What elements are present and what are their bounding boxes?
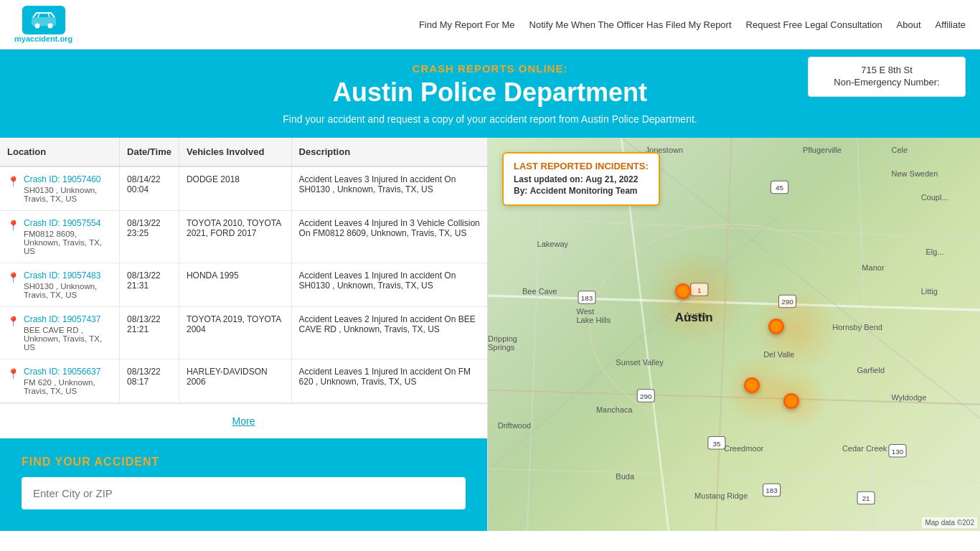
svg-text:45: 45	[776, 184, 783, 192]
map-label-austin-bold: Austin	[675, 311, 713, 325]
map-label-hornsby-bend: Hornsby Bend	[832, 323, 882, 331]
map-dot-3	[744, 377, 760, 393]
main-content: Location Date/Time Vehicles Involved Des…	[0, 138, 980, 531]
map-dot-4	[783, 393, 799, 409]
hero-description: Find your accident and request a copy of…	[14, 113, 966, 125]
map-dot-1	[675, 283, 691, 299]
cell-description-0: Accident Leaves 3 Injured In accident On…	[291, 166, 487, 211]
navbar: myaccident.org Find My Report For Me Not…	[0, 0, 980, 50]
pin-icon-0: 📍	[7, 176, 19, 187]
map-info-title: LAST REPORTED INCIDENTS:	[514, 161, 649, 171]
crash-id-link-4[interactable]: Crash ID: 19056637	[24, 367, 112, 377]
map-label-manor: Manor	[862, 263, 884, 272]
nav-affiliate[interactable]: Affiliate	[936, 19, 966, 30]
nav-notify[interactable]: Notify Me When The Officer Has Filed My …	[529, 19, 732, 30]
map-label-wyldodge: Wyldodge	[892, 393, 927, 402]
svg-point-1	[34, 24, 39, 29]
nav-about[interactable]: About	[897, 19, 921, 30]
cell-datetime-4: 08/13/22 08:17	[120, 359, 179, 403]
table-row: 📍 Crash ID: 19057437 BEE CAVE RD , Unkno…	[0, 307, 487, 359]
cell-vehicles-4: HARLEY-DAVIDSON 2006	[179, 359, 291, 403]
map-dot-2	[768, 319, 784, 334]
cell-description-2: Accident Leaves 1 Injured In accident On…	[291, 263, 487, 307]
map-label-cedar-creek: Cedar Creek	[842, 444, 887, 453]
pin-icon-1: 📍	[7, 220, 19, 231]
location-detail-1: FM0812 8609, Unknown, Travis, TX, US	[24, 230, 112, 255]
table-row: 📍 Crash ID: 19057554 FM0812 8609, Unknow…	[0, 211, 487, 263]
map-label-littig: Littig	[921, 287, 938, 296]
map-label-bee-cave: Bee Cave	[522, 287, 557, 296]
cell-datetime-2: 08/13/22 21:31	[120, 263, 179, 307]
svg-text:21: 21	[862, 494, 870, 502]
find-accident-title: FIND YOUR ACCIDENT	[22, 456, 466, 468]
cell-location-2: 📍 Crash ID: 19057483 SH0130 , Unknown, T…	[0, 263, 120, 307]
crash-id-link-3[interactable]: Crash ID: 19057437	[24, 314, 112, 324]
location-detail-2: SH0130 , Unknown, Travis, TX, US	[24, 282, 112, 299]
cell-vehicles-3: TOYOTA 2019, TOYOTA 2004	[179, 307, 291, 359]
table-row: 📍 Crash ID: 19057483 SH0130 , Unknown, T…	[0, 263, 487, 307]
map-label-buda: Buda	[616, 472, 634, 481]
map-placeholder: 45 183 1 290 290 35 130 183 21	[488, 138, 980, 531]
map-label-garfield: Garfield	[857, 366, 885, 375]
address-box: 715 E 8th St Non-Emergency Number:	[808, 57, 966, 97]
crash-id-link-2[interactable]: Crash ID: 19057483	[24, 270, 112, 281]
table-side: Location Date/Time Vehicles Involved Des…	[0, 138, 488, 531]
table-header-row: Location Date/Time Vehicles Involved Des…	[0, 138, 487, 166]
table-row: 📍 Crash ID: 19057460 SH0130 , Unknown, T…	[0, 166, 487, 211]
map-label-mustang-ridge: Mustang Ridge	[694, 491, 748, 500]
cell-description-3: Accident Leaves 2 Injured In accident On…	[291, 307, 487, 359]
map-info-box: LAST REPORTED INCIDENTS: Last updated on…	[502, 152, 660, 206]
logo[interactable]: myaccident.org	[14, 6, 72, 43]
map-label-elg: Elg...	[926, 248, 944, 256]
location-detail-4: FM 620 , Unknown, Travis, TX, US	[24, 378, 112, 395]
map-label-dripping: DrippingSprings	[488, 334, 517, 352]
map-label-cele: Cele	[892, 146, 908, 154]
svg-text:130: 130	[892, 448, 904, 456]
svg-point-2	[47, 24, 52, 29]
location-detail-3: BEE CAVE RD , Unknown, Travis, TX, US	[24, 326, 112, 352]
address-street: 715 E 8th St	[819, 65, 955, 75]
col-header-description: Description	[291, 138, 487, 166]
map-label-del-valle: Del Valle	[763, 350, 794, 359]
map-info-updated: Last updated on: Aug 21, 2022	[514, 174, 649, 184]
map-label-west-lake-hills: WestLake Hills	[576, 307, 611, 324]
map-label-lakeway: Lakeway	[537, 240, 568, 248]
nav-find-report[interactable]: Find My Report For Me	[419, 19, 515, 30]
cell-vehicles-0: DODGE 2018	[179, 166, 291, 211]
svg-text:183: 183	[765, 486, 778, 494]
cell-vehicles-1: TOYOTA 2010, TOYOTA 2021, FORD 2017	[179, 211, 291, 263]
cell-datetime-3: 08/13/22 21:21	[120, 307, 179, 359]
city-zip-input[interactable]	[22, 477, 466, 509]
cell-description-4: Accident Leaves 1 Injured In accident On…	[291, 359, 487, 403]
pin-icon-4: 📍	[7, 368, 19, 380]
map-label-coupl: Coupl...	[921, 193, 948, 202]
nav-legal[interactable]: Request Free Legal Consultation	[746, 19, 882, 30]
svg-text:35: 35	[712, 440, 720, 448]
more-link[interactable]: More	[232, 415, 255, 427]
more-row: More	[0, 403, 487, 438]
pin-icon-2: 📍	[7, 272, 19, 283]
pin-icon-3: 📍	[7, 316, 19, 327]
table-row: 📍 Crash ID: 19056637 FM 620 , Unknown, T…	[0, 359, 487, 403]
svg-line-9	[857, 138, 873, 531]
hero-section: CRASH REPORTS ONLINE: Austin Police Depa…	[0, 50, 980, 138]
map-credit: Map data ©202	[922, 517, 977, 528]
col-header-location: Location	[0, 138, 120, 166]
map-label-new-sweden: New Sweden	[892, 169, 938, 178]
nav-links: Find My Report For Me Notify Me When The…	[419, 19, 966, 30]
map-label-manchaca: Manchaca	[596, 405, 633, 414]
col-header-vehicles: Vehicles Involved	[179, 138, 291, 166]
cell-datetime-0: 08/14/22 00:04	[120, 166, 179, 211]
map-label-driftwood: Driftwood	[498, 421, 531, 430]
address-non-emergency: Non-Emergency Number:	[819, 77, 955, 88]
logo-icon	[22, 6, 65, 34]
map-info-by: By: Accident Monitoring Team	[514, 186, 649, 196]
svg-line-11	[488, 468, 980, 484]
map-label-pflugerville: Pflugerville	[803, 146, 842, 154]
cell-vehicles-2: HONDA 1995	[179, 263, 291, 307]
cell-description-1: Accident Leaves 4 Injured In 3 Vehicle C…	[291, 211, 487, 263]
crash-id-link-0[interactable]: Crash ID: 19057460	[24, 174, 112, 184]
location-detail-0: SH0130 , Unknown, Travis, TX, US	[24, 186, 112, 203]
map-label-sunset-valley: Sunset Valley	[616, 358, 663, 367]
crash-id-link-1[interactable]: Crash ID: 19057554	[24, 218, 112, 228]
